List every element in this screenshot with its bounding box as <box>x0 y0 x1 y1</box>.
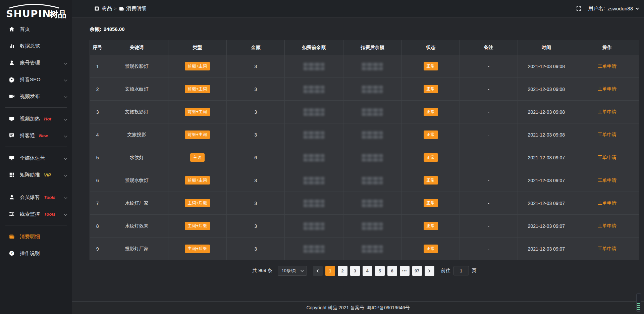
status-badge: 正常 <box>424 62 438 70</box>
cell-keyword: 水纹灯效果 <box>105 215 168 238</box>
status-badge: 正常 <box>424 245 438 253</box>
column-header: 扣费前余额 <box>285 40 343 55</box>
chevron-down-icon <box>64 95 67 98</box>
page-size-select[interactable]: 10条/页 <box>278 266 307 276</box>
sidebar-item-media-operation[interactable]: 全媒体运营 <box>0 150 72 166</box>
table-row: 2文旅水纹灯前缀+主词3正常-2021-12-03 09:08工单申请 <box>90 78 639 101</box>
content: 余额:24856.00 序号关键词类型金额扣费前余额扣费后余额状态备注时间操作 … <box>72 17 644 276</box>
app-icon <box>94 6 100 11</box>
goto-suffix: 页 <box>472 268 477 274</box>
table-row: 4文旅投影前缀+主词3正常-2021-12-03 09:08工单申请 <box>90 123 639 146</box>
column-header: 类型 <box>168 40 227 55</box>
question-icon: ? <box>9 250 15 256</box>
work-order-link[interactable]: 工单申请 <box>598 246 616 251</box>
sidebar-item-operation-guide[interactable]: ?操作说明 <box>0 245 72 262</box>
chevron-down-icon <box>301 269 304 272</box>
page-3-button[interactable]: 3 <box>350 266 360 276</box>
goto-page-input[interactable] <box>453 266 469 275</box>
sidebar-item-member-baoke[interactable]: 会员爆客Tools <box>0 189 72 206</box>
type-badge: 主词+后缀 <box>185 245 210 253</box>
brand-logo[interactable]: SHUPIN 树品 <box>0 0 72 21</box>
work-order-link[interactable]: 工单申请 <box>598 86 616 92</box>
cell-status: 正常 <box>402 215 460 238</box>
cell-status: 正常 <box>402 169 460 192</box>
masked-value <box>362 154 383 161</box>
balance-label: 余额: <box>90 26 101 32</box>
cell-keyword: 景观投影灯 <box>105 55 168 78</box>
sidebar-item-matrix-boost[interactable]: 矩阵助推VIP <box>0 166 72 183</box>
sidebar-item-label: 数据总览 <box>20 43 40 49</box>
sidebar-item-label: 操作说明 <box>20 250 40 257</box>
masked-value <box>304 154 324 161</box>
sidebar-item-account-manage[interactable]: 账号管理 <box>0 54 72 71</box>
masked-value <box>304 131 324 139</box>
work-order-link[interactable]: 工单申请 <box>598 200 616 206</box>
sidebar-item-consume-detail[interactable]: 消费明细 <box>0 228 72 245</box>
sidebar-item-home[interactable]: 首页 <box>0 21 72 38</box>
monitor-icon <box>9 155 15 161</box>
cell-type: 前缀+主词 <box>168 169 227 192</box>
work-order-link[interactable]: 工单申请 <box>598 63 616 69</box>
sidebar-item-tag: VIP <box>44 172 51 177</box>
cell-balance-after <box>343 78 402 101</box>
brand-text-cn: 树品 <box>49 9 66 19</box>
cell-action: 工单申请 <box>575 101 639 123</box>
cell-keyword: 水纹灯 <box>105 146 168 169</box>
cell-index: 2 <box>90 78 105 101</box>
work-order-link[interactable]: 工单申请 <box>598 132 616 137</box>
cell-keyword: 文旅投影灯 <box>105 101 168 123</box>
cell-time: 2021-12-03 09:07 <box>518 215 575 238</box>
page-2-button[interactable]: 2 <box>338 266 347 276</box>
masked-value <box>362 131 383 139</box>
cell-balance-after <box>343 238 402 260</box>
sidebar-divider <box>5 225 67 225</box>
sidebar-item-data-overview[interactable]: 数据总览 <box>0 38 72 54</box>
sidebar-item-video-heat[interactable]: 视频加热Hot <box>0 110 72 127</box>
sidebar-item-douketong[interactable]: 抖客通New <box>0 127 72 144</box>
next-page-button[interactable] <box>425 266 434 276</box>
sidebar-item-clue-monitor[interactable]: 线索监控Tools <box>0 206 72 222</box>
cell-type: 主词 <box>168 146 227 169</box>
page-6-button[interactable]: 6 <box>387 266 397 276</box>
sidebar-item-douyin-seo[interactable]: 抖音SEO <box>0 71 72 88</box>
table-body: 1景观投影灯前缀+主词3正常-2021-12-03 09:08工单申请2文旅水纹… <box>90 55 639 260</box>
breadcrumb-item-home[interactable]: 树品 <box>94 5 112 12</box>
breadcrumb-label: 树品 <box>102 5 112 12</box>
masked-value <box>362 177 383 184</box>
status-badge: 正常 <box>424 199 438 207</box>
cell-keyword: 景观水纹灯 <box>105 169 168 192</box>
sidebar-item-video-publish[interactable]: 视频发布 <box>0 88 72 105</box>
cell-time: 2021-12-03 09:08 <box>518 55 575 78</box>
cell-index: 4 <box>90 123 105 146</box>
user-dropdown[interactable]: 用户名: zswodun88 <box>588 5 638 12</box>
cell-type: 前缀+主词 <box>168 55 227 78</box>
sidebar-item-label: 抖音SEO <box>20 76 41 83</box>
fullscreen-icon[interactable] <box>576 5 582 12</box>
page-more-button[interactable]: ••• <box>400 266 410 276</box>
svg-text:?: ? <box>11 251 12 255</box>
work-order-link[interactable]: 工单申请 <box>598 223 616 228</box>
page-97-button[interactable]: 97 <box>412 266 422 276</box>
masked-value <box>304 63 324 70</box>
cell-balance-before <box>285 192 343 215</box>
cell-balance-after <box>343 146 402 169</box>
page-5-button[interactable]: 5 <box>375 266 385 276</box>
cell-balance-before <box>285 169 343 192</box>
masked-value <box>304 245 324 253</box>
cell-time: 2021-12-03 09:07 <box>518 192 575 215</box>
cell-remark: - <box>460 123 518 146</box>
sidebar-item-label: 抖客通 <box>20 133 35 139</box>
type-badge: 前缀+主词 <box>185 62 210 70</box>
work-order-link[interactable]: 工单申请 <box>598 177 616 183</box>
cell-index: 1 <box>90 55 105 78</box>
page-1-button[interactable]: 1 <box>325 266 335 276</box>
chevron-down-icon <box>64 61 67 64</box>
work-order-link[interactable]: 工单申请 <box>598 109 616 114</box>
prev-page-button[interactable] <box>313 266 323 276</box>
page-4-button[interactable]: 4 <box>363 266 372 276</box>
work-order-link[interactable]: 工单申请 <box>598 155 616 160</box>
cell-type: 前缀+主词 <box>168 123 227 146</box>
breadcrumb-item-current[interactable]: 消费明细 <box>119 5 147 12</box>
cell-amount: 3 <box>227 78 285 101</box>
cell-remark: - <box>460 55 518 78</box>
